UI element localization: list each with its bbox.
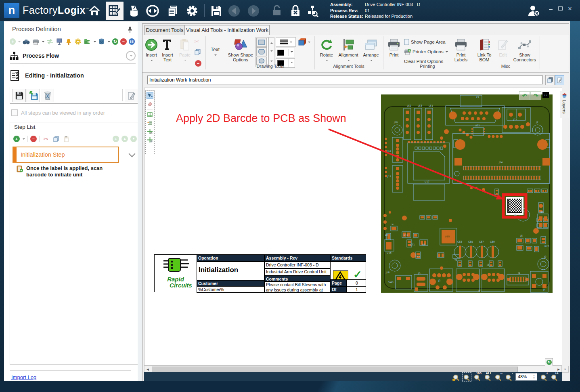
instruction-title-input[interactable]	[147, 75, 543, 84]
paste-icon[interactable]	[62, 135, 70, 143]
process-search-icon[interactable]	[305, 4, 320, 18]
printer-options-button[interactable]: ? Printer Options	[404, 48, 448, 56]
annotation-text[interactable]: Apply 2D Barcde to PCB as Shown	[176, 112, 346, 125]
print-icon[interactable]	[32, 38, 40, 46]
zoom-in-button[interactable]: +	[540, 373, 548, 381]
edit-mode-button[interactable]	[555, 75, 564, 85]
order-checkbox[interactable]	[11, 109, 18, 116]
import-log-link[interactable]: Import Log	[11, 374, 36, 380]
lock-release-icon[interactable]	[288, 4, 303, 18]
pause-icon[interactable]: ❚❚	[129, 38, 135, 45]
shape-rounded-rectangle-button[interactable]	[256, 47, 267, 56]
add-dropdown-icon[interactable]	[18, 41, 21, 44]
scroll-up-icon[interactable]	[270, 41, 273, 44]
delete-step-button[interactable]	[41, 89, 54, 102]
process-flow-header[interactable]: Process Flow	[10, 50, 136, 62]
maximize-button[interactable]	[556, 6, 564, 12]
select-move-tool[interactable]	[147, 92, 153, 99]
cut-icon[interactable]: ✂	[42, 135, 50, 143]
insert-text-button[interactable]: Insert Text	[159, 36, 176, 70]
layers-panel-tab[interactable]: Layers	[560, 91, 569, 118]
edit-step-button[interactable]	[125, 89, 138, 102]
unlock-icon[interactable]	[270, 4, 284, 18]
line-color-picker[interactable]	[276, 48, 295, 57]
save-step-button[interactable]	[13, 89, 26, 102]
vertical-scroll-stub[interactable]: ▼	[561, 366, 569, 373]
shape-rectangle-button[interactable]	[256, 38, 267, 47]
zoom-all-button[interactable]: ALL	[484, 373, 492, 381]
move-down-icon[interactable]: ▼	[130, 136, 137, 142]
cut-icon[interactable]: ✂	[195, 38, 202, 46]
bell-icon[interactable]	[65, 38, 72, 46]
sync-icon[interactable]	[145, 4, 160, 18]
show-page-area-button[interactable]: Show Page Area	[404, 38, 446, 46]
print-dropdown-icon[interactable]	[42, 41, 44, 44]
zoom-out-fast-button[interactable]: --	[494, 373, 502, 381]
list-tool[interactable]	[147, 119, 153, 126]
add-step-dropdown-icon[interactable]	[23, 138, 25, 141]
import-step-button[interactable]	[27, 89, 40, 102]
redo-button[interactable]: ↷	[530, 91, 541, 100]
delete-icon[interactable]: −	[195, 60, 201, 67]
fullscreen-icon[interactable]: ⛶	[542, 92, 549, 98]
pin-icon[interactable]	[127, 26, 133, 33]
gallery-more-icon[interactable]	[270, 60, 273, 63]
zoom-lock-button[interactable]	[452, 373, 460, 381]
gear-icon[interactable]	[74, 38, 82, 46]
minimize-button[interactable]	[546, 6, 555, 12]
scroll-down-icon[interactable]	[270, 50, 273, 53]
move-up-icon[interactable]: ▲	[121, 136, 128, 142]
zoom-region-button[interactable]	[463, 373, 471, 381]
visual-aid-canvas[interactable]: Apply 2D Barcde to PCB as Shown	[144, 88, 562, 366]
export-dropdown-icon[interactable]	[94, 41, 96, 44]
move-object-tool[interactable]	[147, 136, 153, 143]
swap-icon[interactable]	[46, 38, 54, 46]
save-icon[interactable]	[209, 4, 224, 18]
presentation-icon[interactable]	[56, 38, 63, 46]
table-tool[interactable]	[147, 111, 153, 118]
export-folder-icon[interactable]	[84, 38, 91, 46]
eraser-tool[interactable]	[147, 101, 153, 107]
tab-visual-aid-tools[interactable]: Visual Aid Tools - Initialization Work	[185, 25, 270, 35]
pcb-image[interactable]: P1LS2LS3LS1J10J11J7U22J13J12U17J14J8J16L…	[381, 94, 553, 293]
process-editor-icon[interactable]	[106, 2, 124, 20]
scroll-left-icon[interactable]: ◄	[144, 367, 151, 372]
pages-icon[interactable]	[165, 4, 180, 18]
zoom-100-button[interactable]: 100	[473, 373, 481, 381]
tab-document-tools[interactable]: Document Tools	[144, 25, 185, 35]
close-button[interactable]: ✕	[566, 6, 574, 12]
import-documents-icon[interactable]	[127, 4, 141, 18]
add-step-icon[interactable]: +	[13, 136, 20, 142]
undo-button[interactable]: ↶	[519, 91, 530, 100]
collapse-icon[interactable]	[126, 51, 136, 61]
refresh-view-button[interactable]: ↻	[545, 358, 553, 366]
step-expand-chevron-icon[interactable]	[129, 151, 136, 157]
step-list-item[interactable]: Initialization Step	[13, 147, 119, 163]
database-icon[interactable]	[98, 38, 105, 46]
forward-icon[interactable]	[246, 4, 261, 18]
move-anchor-tool[interactable]	[147, 128, 153, 135]
copy-icon[interactable]	[195, 49, 202, 57]
zoom-in-fast-button[interactable]: ++	[551, 373, 558, 381]
panel-splitter[interactable]	[138, 22, 142, 381]
settings-gear-icon[interactable]	[185, 4, 199, 18]
insert-button[interactable]: Insert	[144, 36, 159, 70]
duplicate-view-button[interactable]	[545, 75, 555, 85]
refresh-icon[interactable]: ↻	[112, 38, 118, 45]
scrollbar-thumb[interactable]	[152, 367, 518, 372]
remove-step-icon[interactable]: −	[30, 136, 37, 142]
zoom-value-input[interactable]	[516, 374, 529, 379]
zoom-spin-arrows[interactable]: ▲▼	[531, 373, 537, 380]
database-dropdown-icon[interactable]	[108, 41, 110, 44]
zoom-step-icon[interactable]: +	[113, 136, 119, 142]
text-button[interactable]: Text	[207, 36, 223, 70]
horizontal-scrollbar[interactable]: ◄ ►	[144, 366, 562, 372]
shape-3d-picker[interactable]	[297, 37, 312, 47]
copy-icon[interactable]	[52, 135, 60, 143]
paste-button[interactable]: Paste	[177, 36, 193, 70]
label-template[interactable]: Rapid Circuits Operation Initialization …	[154, 254, 366, 292]
binoculars-icon[interactable]	[23, 38, 30, 46]
user-logout-icon[interactable]	[526, 4, 541, 18]
remove-icon[interactable]: −	[120, 38, 126, 45]
zoom-out-button[interactable]: -	[505, 373, 513, 381]
